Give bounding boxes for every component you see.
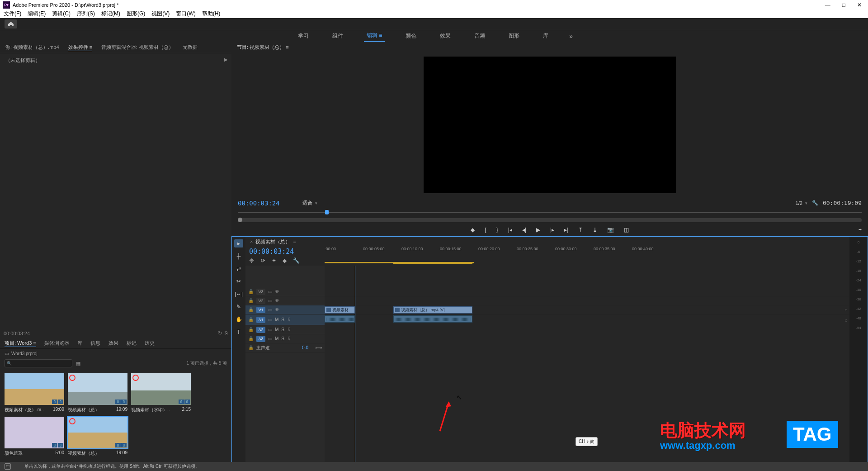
step-back-icon[interactable]: ◂|	[522, 227, 526, 233]
timeline-timecode[interactable]: 00:00:03:24	[249, 247, 321, 256]
project-item[interactable]: ▯▯视频素材（总）19:09	[68, 373, 127, 413]
ws-editing[interactable]: 编辑 ≡	[364, 30, 385, 42]
status-icon[interactable]: ⬚	[5, 463, 11, 470]
project-thumbnails[interactable]: ▯▯视频素材（总）.m..19:09▯▯视频素材（总）19:09▯▯视频素材（水…	[0, 369, 231, 462]
tab-effects[interactable]: 效果	[108, 340, 118, 347]
loop-icon[interactable]: ↻	[218, 330, 222, 336]
track-select-tool-icon[interactable]: ┼	[234, 252, 243, 260]
minimize-button[interactable]: —	[825, 2, 830, 8]
ws-audio[interactable]: 音频	[472, 30, 488, 42]
tab-history[interactable]: 历史	[145, 340, 155, 347]
settings-icon[interactable]: 🔧	[812, 200, 818, 206]
tab-metadata[interactable]: 元数据	[183, 44, 198, 51]
timeline-content[interactable]: 视频素材 视频素材（总）.mp4 [V] ○ ○	[325, 266, 849, 466]
hand-tool-icon[interactable]: ✋	[234, 315, 243, 324]
menu-clip[interactable]: 剪辑(C)	[52, 10, 71, 17]
project-search-input[interactable]	[5, 359, 72, 367]
ws-overflow[interactable]: »	[569, 33, 573, 40]
marker-add-icon[interactable]: ✦	[272, 257, 276, 264]
program-tab[interactable]: 节目: 视频素材（总） ≡	[237, 44, 289, 51]
menu-graphics[interactable]: 图形(G)	[127, 10, 145, 17]
tab-markers[interactable]: 标记	[127, 340, 137, 347]
wrench-icon[interactable]: 🔧	[293, 257, 300, 264]
workspace-tabs[interactable]: 学习 组件 编辑 ≡ 颜色 效果 音频 图形 库 »	[0, 30, 868, 42]
timeline-playhead[interactable]	[355, 266, 355, 466]
slip-tool-icon[interactable]: |↔|	[234, 290, 243, 298]
out-point-icon[interactable]: }	[496, 227, 498, 233]
maximize-button[interactable]: □	[842, 2, 845, 8]
export-frame-icon[interactable]: ⎘	[225, 330, 228, 336]
track-headers[interactable]: 🔒V3▭👁 🔒V2▭👁 🔒V1▭👁 🔒A1▭MS🎙 🔒A2▭MS🎙 🔒A3▭MS…	[245, 266, 325, 466]
menu-edit[interactable]: 编辑(E)	[28, 10, 46, 17]
lift-icon[interactable]: ⤒	[578, 227, 583, 233]
menu-bar[interactable]: 文件(F) 编辑(E) 剪辑(C) 序列(S) 标记(M) 图形(G) 视图(V…	[0, 10, 868, 18]
program-monitor[interactable]	[424, 57, 676, 193]
program-timecode[interactable]: 00:00:03:24	[238, 200, 280, 207]
tab-effect-controls[interactable]: 效果控件 ≡	[68, 44, 92, 51]
video-clip-1[interactable]: 视频素材	[325, 306, 355, 314]
goto-in-icon[interactable]: |◂	[508, 227, 512, 233]
tl-settings-icon[interactable]: ◆	[283, 257, 287, 264]
a-scroll-handle[interactable]: ○	[844, 318, 848, 323]
menu-window[interactable]: 窗口(W)	[176, 10, 195, 17]
in-point-icon[interactable]: {	[485, 227, 486, 233]
razor-tool-icon[interactable]: ✂	[234, 277, 243, 285]
project-item[interactable]: ▯▯视频素材（水印）..2:15	[131, 373, 191, 413]
sequence-tab[interactable]: 视频素材（总）	[255, 238, 290, 245]
transport-controls[interactable]: ◆ { } |◂ ◂| ▶ |▸ ▸| ⤒ ⤓ 📷 ◫ +	[231, 223, 868, 236]
menu-file[interactable]: 文件(F)	[4, 10, 21, 17]
project-tabs[interactable]: 项目: Word3 ≡ 媒体浏览器 库 信息 效果 标记 历史	[0, 338, 231, 349]
ws-color[interactable]: 颜色	[403, 30, 419, 42]
program-scrubber[interactable]	[238, 209, 862, 217]
menu-help[interactable]: 帮助(H)	[202, 10, 221, 17]
zoom-fit-select[interactable]: 适合 ▾	[302, 200, 317, 206]
ws-libraries[interactable]: 库	[540, 30, 551, 42]
ws-learn[interactable]: 学习	[295, 30, 311, 42]
audio-clip-1[interactable]	[325, 315, 355, 323]
compare-icon[interactable]: ◫	[624, 227, 629, 233]
tab-libraries[interactable]: 库	[77, 340, 82, 347]
home-button[interactable]	[5, 19, 17, 29]
timeline-tools[interactable]: ▸ ┼ ⇄ ✂ |↔| ✎ ✋ T	[232, 237, 245, 471]
button-editor-icon[interactable]: +	[859, 227, 862, 233]
tab-media-browser[interactable]: 媒体浏览器	[44, 340, 69, 347]
video-clip-2[interactable]: 视频素材（总）.mp4 [V]	[393, 306, 472, 314]
tab-project[interactable]: 项目: Word3 ≡	[5, 340, 36, 347]
extract-icon[interactable]: ⤓	[593, 227, 597, 233]
export-frame2-icon[interactable]: 📷	[607, 227, 614, 233]
pen-tool-icon[interactable]: ✎	[234, 303, 243, 311]
step-fwd-icon[interactable]: |▸	[550, 227, 554, 233]
filter-icon[interactable]: ▦	[76, 361, 80, 366]
ws-graphics[interactable]: 图形	[506, 30, 522, 42]
menu-sequence[interactable]: 序列(S)	[77, 10, 95, 17]
resolution-select[interactable]: 1/2 ▾	[796, 200, 807, 206]
menu-markers[interactable]: 标记(M)	[101, 10, 120, 17]
close-button[interactable]: ✕	[857, 2, 862, 8]
tab-info[interactable]: 信息	[90, 340, 100, 347]
program-zoom-bar[interactable]	[238, 218, 862, 223]
ripple-tool-icon[interactable]: ⇄	[234, 265, 243, 273]
project-item[interactable]: ▯▯视频素材（总）.m..19:09	[5, 373, 64, 413]
selection-tool-icon[interactable]: ▸	[234, 239, 243, 247]
goto-out-icon[interactable]: ▸|	[564, 227, 568, 233]
menu-view[interactable]: 视图(V)	[151, 10, 170, 17]
watermark-tag: TAG	[787, 421, 838, 448]
project-item[interactable]: ▯▯视频素材（总）19:09	[68, 417, 127, 457]
source-panel-tabs[interactable]: 源: 视频素材（总）.mp4 效果控件 ≡ 音频剪辑混合器: 视频素材（总） 元…	[0, 42, 231, 53]
audio-clip-2[interactable]	[393, 315, 472, 323]
tab-audio-mixer[interactable]: 音频剪辑混合器: 视频素材（总）	[101, 44, 174, 51]
project-item[interactable]: ▯▯颜色遮罩5:00	[5, 417, 64, 457]
timeline-ruler[interactable]: :00:0000:00:05:0000:00:10:0000:00:15:000…	[325, 247, 849, 266]
linked-sel-icon[interactable]: ⟳	[261, 257, 265, 264]
v-scroll-handle[interactable]: ○	[844, 307, 848, 313]
playhead-icon[interactable]	[325, 210, 329, 214]
tab-source[interactable]: 源: 视频素材（总）.mp4	[5, 44, 59, 51]
ws-assembly[interactable]: 组件	[330, 30, 346, 42]
snap-icon[interactable]: ⸎	[249, 257, 255, 264]
type-tool-icon[interactable]: T	[234, 328, 243, 336]
panel-expand-icon[interactable]: ▶	[224, 57, 228, 62]
marker-icon[interactable]: ◆	[471, 227, 475, 233]
ws-effects[interactable]: 效果	[437, 30, 453, 42]
play-icon[interactable]: ▶	[536, 227, 540, 233]
no-clip-label: （未选择剪辑）	[0, 53, 231, 67]
